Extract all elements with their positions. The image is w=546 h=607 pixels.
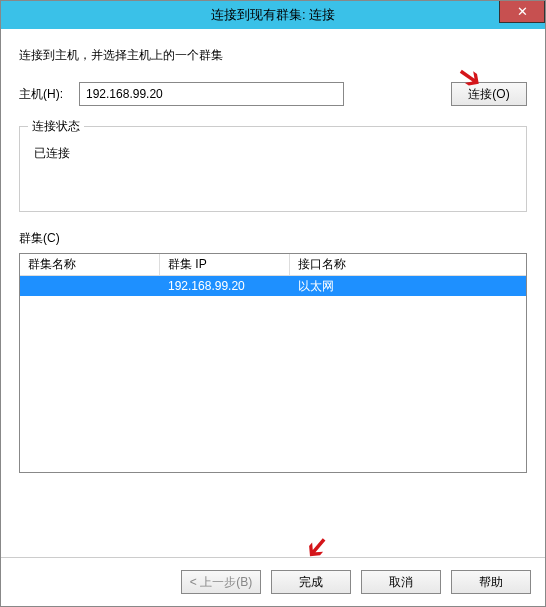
finish-button[interactable]: 完成: [271, 570, 351, 594]
table-row[interactable]: 192.168.99.20 以太网: [20, 276, 526, 296]
th-cluster-ip[interactable]: 群集 IP: [160, 254, 290, 275]
dialog-footer: < 上一步(B) 完成 取消 帮助: [1, 557, 545, 606]
instruction-text: 连接到主机，并选择主机上的一个群集: [19, 47, 527, 64]
titlebar: 连接到现有群集: 连接 ✕: [1, 1, 545, 29]
status-legend: 连接状态: [28, 118, 84, 135]
cluster-table[interactable]: 群集名称 群集 IP 接口名称 192.168.99.20 以太网: [19, 253, 527, 473]
cancel-button[interactable]: 取消: [361, 570, 441, 594]
table-header: 群集名称 群集 IP 接口名称: [20, 254, 526, 276]
host-input[interactable]: [79, 82, 344, 106]
dialog-content: 连接到主机，并选择主机上的一个群集 主机(H): 连接(O) 连接状态 已连接 …: [1, 29, 545, 473]
cluster-label: 群集(C): [19, 230, 527, 247]
window-title: 连接到现有群集: 连接: [211, 6, 335, 24]
back-button: < 上一步(B): [181, 570, 261, 594]
th-cluster-name[interactable]: 群集名称: [20, 254, 160, 275]
host-label: 主机(H):: [19, 86, 79, 103]
close-button[interactable]: ✕: [499, 1, 545, 23]
help-button[interactable]: 帮助: [451, 570, 531, 594]
td-cluster-ip: 192.168.99.20: [160, 279, 290, 293]
connection-status-group: 连接状态 已连接: [19, 126, 527, 212]
close-icon: ✕: [517, 4, 528, 19]
connect-button[interactable]: 连接(O): [451, 82, 527, 106]
host-row: 主机(H): 连接(O): [19, 82, 527, 106]
status-value: 已连接: [30, 145, 516, 162]
td-interface-name: 以太网: [290, 278, 526, 295]
th-interface-name[interactable]: 接口名称: [290, 254, 526, 275]
